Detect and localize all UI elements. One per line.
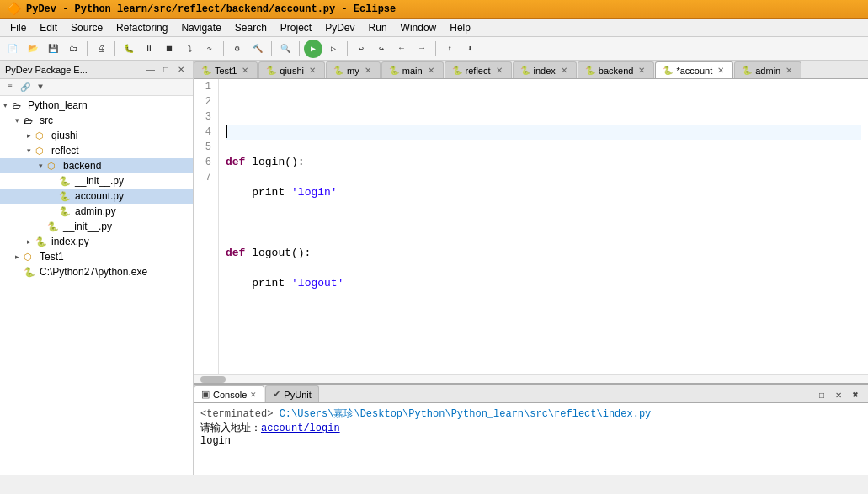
maximize-sidebar-button[interactable]: □ [159,63,173,77]
horizontal-scrollbar[interactable] [194,374,868,383]
console-tab-console[interactable]: ▣ Console ✕ [194,385,264,402]
build-button[interactable]: 🔨 [248,40,267,58]
console-tab-pyunit[interactable]: ✔ PyUnit [265,385,318,402]
menu-window[interactable]: Window [394,20,444,35]
tab-close-backend[interactable]: ✕ [636,66,647,75]
step-over[interactable]: ↷ [200,40,219,58]
tab-account[interactable]: 🐍 *account ✕ [655,61,733,78]
tree-item-qiushi[interactable]: ▸ ⬡ qiushi [0,128,193,143]
debug-button[interactable]: 🐛 [120,40,138,58]
sidebar-menu-icon[interactable]: ▼ [34,81,47,94]
close-sidebar-button[interactable]: ✕ [174,63,188,77]
redo-button[interactable]: ↪ [372,40,391,58]
run-button[interactable]: ▶ [304,40,322,58]
tab-reflect[interactable]: 🐍 reflect ✕ [445,61,512,78]
suspend-button[interactable]: ⏸ [140,40,158,58]
console-output-line1: 请输入地址：account/login [200,421,861,435]
tree-item-python_learn[interactable]: ▾ 🗁 Python_learn [0,98,193,113]
tree-item-test1[interactable]: ▸ ⬡ Test1 [0,249,193,264]
tree-item-index[interactable]: ▸ 🐍 index.py [0,234,193,249]
tab-label-account: *account [676,66,712,76]
menu-pydev[interactable]: PyDev [318,20,361,35]
build-auto[interactable]: ⚙ [228,40,247,58]
tree-item-admin[interactable]: 🐍 admin.py [0,204,193,219]
tab-icon-main: 🐍 [389,66,399,75]
tab-admin[interactable]: 🐍 admin ✕ [734,61,801,78]
run-last-button[interactable]: ▷ [324,40,343,58]
tree-item-src[interactable]: ▾ 🗁 src [0,113,193,128]
menu-run[interactable]: Run [362,20,394,35]
link-editor-icon[interactable]: 🔗 [19,81,32,94]
tab-icon-backend: 🐍 [585,66,595,75]
tab-qiushi[interactable]: 🐍 qiushi ✕ [258,61,325,78]
prev-annotation[interactable]: ⬆ [440,40,459,58]
menu-project[interactable]: Project [274,20,318,35]
save-all-button[interactable]: 🗂 [64,40,83,58]
minimize-sidebar-button[interactable]: — [144,63,157,77]
forward-button[interactable]: → [413,40,431,58]
tab-index[interactable]: 🐍 index ✕ [513,61,577,78]
label-index: index.py [51,236,89,247]
code-line-3: def login(): [226,155,861,170]
code-editor[interactable]: 1 2 3 4 5 6 7 def login(): print 'login'… [194,79,868,374]
arrow-backend: ▾ [39,162,47,170]
tab-close-admin[interactable]: ✕ [784,66,794,75]
menu-file[interactable]: File [3,20,33,35]
icon-qiushi: ⬡ [35,130,49,141]
window-title: PyDev - Python_learn/src/reflect/backend… [26,3,396,15]
main-layout: PyDev Package E... — □ ✕ ≡ 🔗 ▼ ▾ 🗁 Pytho… [0,61,868,475]
tab-my[interactable]: 🐍 my ✕ [326,61,381,78]
sep7 [435,41,436,56]
tab-main[interactable]: 🐍 main ✕ [381,61,444,78]
tree-item-backend[interactable]: ▾ ⬡ backend [0,158,193,173]
tab-close-qiushi[interactable]: ✕ [307,66,317,75]
tree-item-init-reflect[interactable]: 🐍 __init__.py [0,219,193,234]
step-into[interactable]: ⤵ [180,40,199,58]
icon-test1: ⬡ [24,252,37,263]
tab-close-main[interactable]: ✕ [426,66,436,75]
menu-help[interactable]: Help [443,20,477,35]
next-annotation[interactable]: ⬇ [461,40,479,58]
code-content[interactable]: def login(): print 'login' def logout():… [219,79,868,374]
tree-item-account[interactable]: 🐍 account.py [0,189,193,204]
menu-source[interactable]: Source [64,20,109,35]
console-tab-bar: ▣ Console ✕ ✔ PyUnit ☐ ✕ ✖ [194,385,868,403]
tree-item-python27[interactable]: 🐍 C:\Python27\python.exe [0,264,193,279]
print-button[interactable]: 🖨 [92,40,110,58]
close-console-button[interactable]: ✕ [831,387,846,402]
search-button[interactable]: 🔍 [276,40,295,58]
console-prompt-value[interactable]: account/login [261,422,340,434]
collapse-all-icon[interactable]: ≡ [3,81,17,94]
editor-tab-bar: 🐍 Test1 ✕ 🐍 qiushi ✕ 🐍 my ✕ 🐍 main ✕ 🐍 [194,61,868,79]
label-src: src [40,114,53,126]
tab-test1[interactable]: 🐍 Test1 ✕ [194,61,258,78]
console-terminated-line: <terminated> C:\Users\嘉珍\Desktop\Python\… [200,406,861,421]
tab-close-reflect[interactable]: ✕ [494,66,504,75]
clear-console-button[interactable]: ☐ [814,387,829,402]
undo-button[interactable]: ↩ [352,40,370,58]
tree-item-reflect[interactable]: ▾ ⬡ reflect [0,143,193,158]
tab-label-reflect: reflect [466,66,491,76]
sidebar-toolbar: ≡ 🔗 ▼ [0,79,193,96]
console-menu-button[interactable]: ✖ [848,387,863,402]
open-button[interactable]: 📂 [24,40,42,58]
menu-navigate[interactable]: Navigate [174,20,227,35]
menu-refactoring[interactable]: Refactoring [109,20,174,35]
tab-close-account[interactable]: ✕ [716,66,726,75]
tree-item-init-backend[interactable]: 🐍 __init__.py [0,173,193,189]
tab-backend[interactable]: 🐍 backend ✕ [578,61,655,78]
tab-close-index[interactable]: ✕ [559,66,569,75]
menu-edit[interactable]: Edit [33,20,64,35]
menu-search[interactable]: Search [228,20,274,35]
app-icon: 🔶 [7,2,21,16]
new-button[interactable]: 📄 [3,40,22,58]
line-numbers: 1 2 3 4 5 6 7 [194,79,219,374]
tab-close-test1[interactable]: ✕ [240,66,250,75]
tab-close-my[interactable]: ✕ [363,66,373,75]
back-button[interactable]: ← [392,40,411,58]
label-qiushi: qiushi [51,130,77,141]
title-bar: 🔶 PyDev - Python_learn/src/reflect/backe… [0,0,868,19]
save-button[interactable]: 💾 [44,40,62,58]
icon-reflect: ⬡ [35,146,49,157]
terminate-button[interactable]: ⏹ [160,40,178,58]
